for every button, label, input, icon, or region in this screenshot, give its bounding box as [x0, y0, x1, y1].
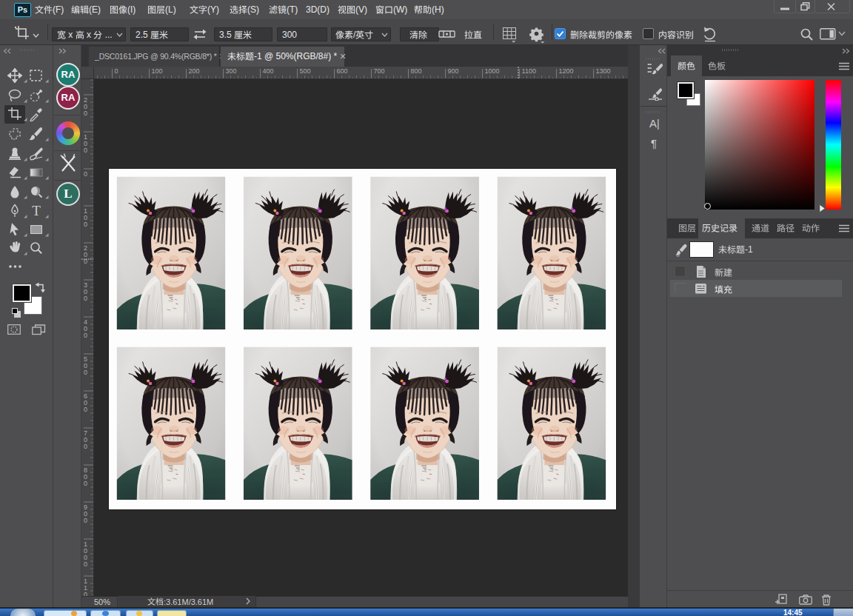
svg-text:0: 0: [84, 560, 87, 568]
svg-text:100: 100: [152, 67, 163, 75]
svg-text:1000: 1000: [485, 67, 500, 75]
svg-text:0: 0: [115, 67, 118, 75]
svg-text:0: 0: [84, 591, 87, 596]
svg-text:0: 0: [84, 170, 87, 178]
svg-text:800: 800: [411, 67, 422, 75]
svg-text:1300: 1300: [596, 67, 611, 75]
svg-text:600: 600: [337, 67, 348, 75]
svg-text:300: 300: [226, 67, 237, 75]
svg-text:0: 0: [84, 147, 87, 154]
svg-text:1200: 1200: [559, 67, 574, 75]
svg-text:0: 0: [84, 221, 87, 228]
svg-text:0: 0: [84, 369, 87, 376]
svg-text:700: 700: [374, 67, 385, 75]
svg-text:400: 400: [263, 67, 274, 75]
svg-text:0: 0: [84, 480, 87, 487]
svg-text:0: 0: [84, 406, 87, 413]
svg-text:0: 0: [84, 110, 87, 117]
svg-text:0: 0: [84, 443, 87, 450]
svg-text:0: 0: [84, 517, 87, 524]
svg-text:T: T: [32, 204, 41, 218]
svg-text:500: 500: [300, 67, 311, 75]
svg-text:900: 900: [448, 67, 459, 75]
svg-text:0: 0: [84, 295, 87, 302]
svg-text:200: 200: [189, 67, 200, 75]
svg-text:1100: 1100: [522, 67, 536, 75]
svg-text:0: 0: [84, 332, 87, 339]
